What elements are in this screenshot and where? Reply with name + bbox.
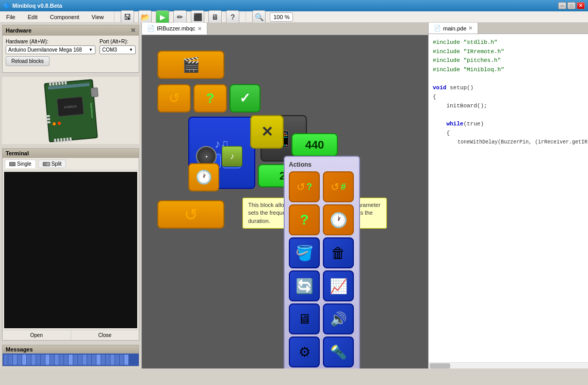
block-440[interactable]: 440 xyxy=(291,133,338,156)
port-dropdown-arrow: ▼ xyxy=(129,47,133,52)
app-icon: 🔷 xyxy=(3,3,10,9)
action-btn-monitor[interactable]: 🖥 xyxy=(289,303,320,334)
block-checkmark[interactable]: ✓ xyxy=(230,84,260,113)
monitor-icon: 🖥 xyxy=(298,311,311,327)
messages-content xyxy=(3,354,139,366)
hardware-body: Hardware (Alt+W): Arduino Duemilanove Me… xyxy=(3,36,139,72)
actions-popup: Actions ↺ ? ↺ # ? xyxy=(284,156,360,368)
close-button-terminal[interactable]: Close xyxy=(71,330,139,340)
action-btn-clock[interactable]: 🕐 xyxy=(323,204,354,235)
toolbar-new-btn[interactable]: 🖫 xyxy=(121,10,134,24)
trash-icon: 🗑 xyxy=(331,245,346,262)
menu-component[interactable]: Component xyxy=(46,13,84,21)
minimize-button[interactable]: ─ xyxy=(558,2,566,9)
refresh-q-icon: ↺ xyxy=(297,181,305,193)
code-scrollbar-h[interactable] xyxy=(429,362,588,368)
toolbar-help-btn[interactable]: ? xyxy=(226,10,239,24)
code-tab-close[interactable]: ✕ xyxy=(468,25,472,31)
hardware-title: Hardware xyxy=(6,27,31,34)
terminal-tabs: Single Split xyxy=(3,158,139,170)
tab-icon-irbuzzer: 📄 xyxy=(147,25,155,32)
hw-dropdown-arrow: ▼ xyxy=(89,47,93,52)
tab-single-label: Single xyxy=(17,161,31,167)
check-icon: ✓ xyxy=(239,90,251,106)
maximize-button[interactable]: □ xyxy=(567,2,576,9)
code-line-0: #include "stdlib.h" xyxy=(433,38,584,47)
messages-header: Messages xyxy=(3,345,139,354)
title-bar-controls: ─ □ ✕ xyxy=(558,2,585,9)
terminal-header: Terminal xyxy=(3,149,139,158)
block-clock[interactable]: 🕐 xyxy=(188,163,219,191)
code-tab-main[interactable]: 📄 main.pde ✕ xyxy=(429,23,478,34)
music-icon: ♪ xyxy=(230,152,234,161)
action-btn-transfer[interactable]: 🔄 xyxy=(289,270,320,301)
code-tabs: 📄 main.pde ✕ xyxy=(429,23,588,34)
block-refresh-left[interactable]: ↺ xyxy=(157,84,191,113)
canvas-tabs: 📄 IRBuzzer.mbqc ✕ xyxy=(142,23,428,35)
block-filmstrip[interactable]: 🎬 xyxy=(157,51,224,79)
terminal-title: Terminal xyxy=(6,150,29,156)
knob-center xyxy=(206,156,207,157)
action-btn-refresh-hash[interactable]: ↺ # xyxy=(323,171,354,202)
title-bar-left: 🔷 Minibloq v0.8.Beta xyxy=(3,3,62,9)
scrollbar-thumb-h xyxy=(430,363,450,368)
code-line-4 xyxy=(433,74,584,84)
q-icon: ? xyxy=(306,182,312,192)
canvas-tab-irbuzzer[interactable]: 📄 IRBuzzer.mbqc ✕ xyxy=(142,23,207,35)
multiply-icon: ✕ xyxy=(261,123,273,140)
action-refresh-hash-content: ↺ # xyxy=(331,181,346,193)
action-btn-canister[interactable]: 🪣 xyxy=(289,237,320,268)
toolbar-open-btn[interactable]: 📂 xyxy=(138,10,152,24)
action-btn-speaker[interactable]: 🔊 xyxy=(323,303,354,334)
action-btn-flashlight[interactable]: 🔦 xyxy=(323,336,354,367)
toolbar-zoom-in-btn[interactable]: 🔍 xyxy=(252,10,266,24)
main-area: Hardware ✕ Hardware (Alt+W): Arduino Due… xyxy=(0,23,588,368)
toolbar-stop-btn[interactable]: ⬛ xyxy=(191,10,204,24)
zoom-display: 100 % xyxy=(270,12,293,22)
title-bar: 🔷 Minibloq v0.8.Beta ─ □ ✕ xyxy=(0,0,588,11)
tab-split[interactable]: Split xyxy=(38,159,66,168)
action-btn-trash[interactable]: 🗑 xyxy=(323,237,354,268)
menu-view[interactable]: View xyxy=(88,13,108,21)
menu-file[interactable]: File xyxy=(2,13,20,21)
terminal-section: Terminal Single Split Open Close xyxy=(2,148,139,341)
close-button[interactable]: ✕ xyxy=(577,2,585,9)
messages-section: Messages xyxy=(2,345,139,366)
action-btn-chart[interactable]: 📈 xyxy=(323,270,354,301)
action-btn-refresh-q[interactable]: ↺ ? xyxy=(289,171,320,202)
tab-single[interactable]: Single xyxy=(5,159,36,168)
actions-title: Actions xyxy=(289,161,355,168)
block-refresh-bottom[interactable]: ↺ xyxy=(157,200,224,229)
block-music-green[interactable]: ♪ xyxy=(222,146,242,167)
action-btn-question[interactable]: ? xyxy=(289,204,320,235)
hw-select[interactable]: Arduino Duemilanove Mega 168 ▼ xyxy=(6,45,95,54)
hardware-close-btn[interactable]: ✕ xyxy=(130,27,136,34)
menu-edit[interactable]: Edit xyxy=(24,13,42,21)
port-value: COM3 xyxy=(102,47,117,53)
code-panel: 📄 main.pde ✕ #include "stdlib.h" #includ… xyxy=(428,23,588,368)
action-btn-gear[interactable]: ⚙ xyxy=(289,336,320,367)
code-line-5: void setup() xyxy=(433,84,584,93)
hw-row: Hardware (Alt+W): Arduino Duemilanove Me… xyxy=(6,39,136,54)
code-line-2: #include "pitches.h" xyxy=(433,56,584,66)
toolbar-edit-btn[interactable]: ✏ xyxy=(173,10,187,24)
block-multiply[interactable]: ✕ xyxy=(250,115,284,149)
open-button[interactable]: Open xyxy=(3,330,71,340)
toolbar-run-btn[interactable]: ▶ xyxy=(156,10,169,24)
speaker-icon: 🔊 xyxy=(330,311,347,327)
single-icon xyxy=(9,162,15,166)
port-select[interactable]: COM3 ▼ xyxy=(100,45,136,54)
block-question[interactable]: ? xyxy=(193,84,227,113)
refresh-bottom-icon: ↺ xyxy=(184,205,198,224)
zoom-label: 100 % xyxy=(273,14,289,20)
canvas-tab-irbuzzer-close[interactable]: ✕ xyxy=(198,26,202,31)
clock-large-icon: 🕐 xyxy=(330,212,348,229)
clock-icon: 🕐 xyxy=(195,169,212,185)
messages-title: Messages xyxy=(6,346,33,352)
separator-1 xyxy=(114,11,115,23)
hw-label: Hardware (Alt+W): xyxy=(6,39,95,44)
hw-col-right: Port (Alt+R): COM3 ▼ xyxy=(100,39,136,54)
toolbar-monitor-btn[interactable]: 🖥 xyxy=(208,10,222,24)
reload-blocks-button[interactable]: Reload blocks xyxy=(6,56,50,66)
transfer-icon: 🔄 xyxy=(296,278,314,295)
